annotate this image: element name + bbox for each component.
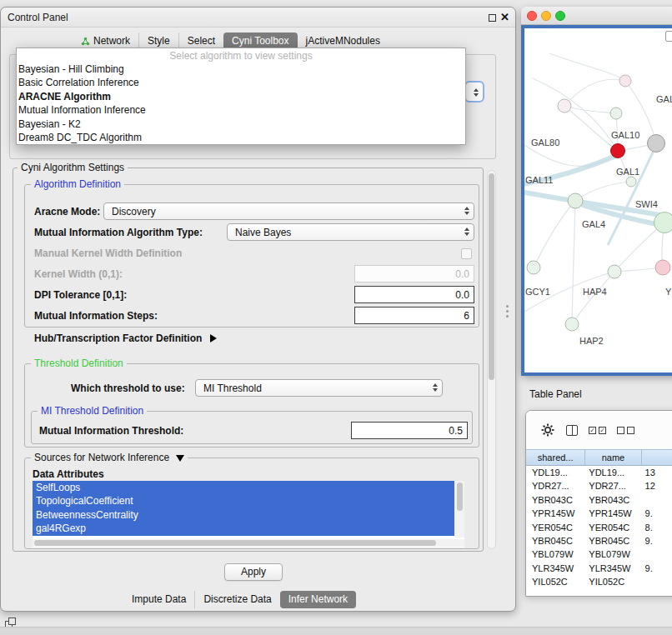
mi-threshold-input[interactable] [351,422,468,439]
dropdown-item[interactable]: Bayesian - Hill Climbing [17,62,465,76]
algorithm-combobox-button[interactable] [464,81,484,102]
column-header-name[interactable]: name [585,450,641,465]
close-window-icon[interactable]: ✕ [500,11,509,23]
table-row[interactable]: YDL19...YDL19...13 [526,466,672,479]
network-node[interactable] [608,265,621,278]
table-panel-title: Table Panel [529,388,582,400]
hub-definition-expander[interactable]: Hub/Transcription Factor Definition [34,332,217,344]
titlebar[interactable]: Control Panel ✕ [1,8,515,28]
scrollbar-thumb[interactable] [457,482,463,511]
table-cell: YDL19... [585,466,641,479]
table-row[interactable]: YBR043CYBR043C [526,493,672,507]
tab-discretize-data[interactable]: Discretize Data [194,591,279,608]
node-label: GAL10 [611,130,639,140]
float-window-icon[interactable] [489,14,496,22]
network-node[interactable] [558,99,571,112]
dropdown-item[interactable]: Bayesian - K2 [17,118,465,131]
dropdown-item[interactable]: Dream8 DC_TDC Algorithm [17,131,465,144]
network-node[interactable] [568,193,583,208]
unchecked-box-icon [627,427,634,434]
table-cell: 8. [642,521,672,534]
table-cell [642,493,672,507]
table-cell: YBL079W [585,548,641,561]
table-cell: YBL079W [526,548,585,561]
attribute-item-selected[interactable]: gal4RGexp [33,522,454,535]
network-node[interactable] [654,212,672,233]
table-cell: YER054C [585,521,641,534]
node-label: HAP2 [579,336,604,346]
attribute-item-selected[interactable]: SelfLoops [33,481,454,494]
network-node-selected-red[interactable] [611,144,625,158]
table-cell: YBR045C [585,534,641,548]
manual-kernel-checkbox[interactable] [461,248,472,259]
table-cell: 9. [642,507,672,520]
minimize-button[interactable] [541,11,551,21]
dropdown-placeholder: Select algorithm to view settings [17,49,465,62]
list-horizontal-scrollbar [33,539,464,547]
tab-impute-data[interactable]: Impute Data [123,591,194,608]
show-columns-icon[interactable] [566,425,578,436]
zoom-button[interactable] [555,11,565,21]
network-node[interactable] [619,75,631,87]
column-header-cut[interactable] [642,450,672,465]
network-node-gray[interactable] [648,135,665,152]
network-node[interactable] [610,108,622,119]
manual-kernel-label: Manual Kernel Width Definition [34,248,182,259]
algorithm-definition-group: Algorithm Definition Aracne Mode: Discov… [24,184,479,328]
table-cell [642,575,672,588]
table-row[interactable]: YBR045CYBR045C9. [526,534,672,548]
table-cell: YDR27... [526,479,585,492]
attribute-item-selected[interactable]: TopologicalCoefficient [33,494,454,508]
select-all-checkboxes-icon[interactable]: ✓ ✓ [589,427,606,434]
network-node[interactable] [626,177,636,187]
table-cell: 12 [642,479,672,492]
node-label: SWI4 [635,199,658,209]
dpi-tolerance-input[interactable] [354,286,474,303]
table-row[interactable]: YER054CYER054C8. [526,521,672,534]
column-header-shared-name[interactable]: shared... [526,450,585,465]
panel-splitter-handle[interactable] [505,305,509,320]
status-bar [0,627,672,635]
node-label: GAL1 [616,167,639,177]
table-row[interactable]: YPR145WYPR145W9. [526,507,672,520]
scrollbar-thumb[interactable] [34,540,436,546]
kernel-width-input[interactable] [354,265,474,282]
overview-toggle-button[interactable] [665,31,672,42]
network-canvas[interactable]: GAL GAL80 GAL10 GAL11 GAL1 SWI4 GAL4 GCY… [524,28,672,372]
checked-box-icon: ✓ [589,427,596,434]
network-node-pink[interactable] [655,260,670,275]
deselect-all-checkboxes-icon[interactable] [617,427,634,434]
apply-button[interactable]: Apply [224,563,283,581]
table-row[interactable]: YLR345WYLR345W9. [526,562,672,575]
dropdown-item[interactable]: Mutual Information Inference [17,103,465,117]
scrollbar-thumb[interactable] [489,173,494,380]
network-window-titlebar[interactable] [521,7,672,25]
dropdown-item[interactable]: Basic Correlation Inference [17,76,465,89]
mi-algorithm-type-combo[interactable]: Naive Bayes [227,223,474,241]
mi-steps-input[interactable] [354,307,474,324]
settings-gear-icon[interactable] [540,422,555,438]
aracne-mode-combo[interactable]: Discovery [103,202,474,220]
network-node[interactable] [565,318,579,331]
dropdown-item-selected[interactable]: ARACNE Algorithm [17,90,465,103]
combo-arrows-icon [433,383,438,392]
combo-value: Naive Bayes [235,224,291,241]
tab-label: Discretize Data [203,591,271,608]
window-title: Control Panel [8,12,68,23]
table-cell: YDR27... [585,479,641,492]
close-button[interactable] [527,11,537,21]
table-row[interactable]: YIL052CYIL052C [526,575,672,588]
network-view-frame: GAL GAL80 GAL10 GAL11 GAL1 SWI4 GAL4 GCY… [521,25,672,376]
aracne-mode-label: Aracne Mode: [34,206,100,218]
attribute-item-selected[interactable]: BetweennessCentrality [33,508,454,522]
table-row[interactable]: YDR27...YDR27...12 [526,479,672,492]
mi-type-label: Mutual Information Algorithm Type: [34,227,203,238]
sources-group-title[interactable]: Sources for Network Inference [31,452,188,463]
table-cell: 9. [642,562,672,575]
combo-value: Discovery [112,203,156,220]
which-threshold-combo[interactable]: MI Threshold [195,379,443,397]
table-row[interactable]: YBL079WYBL079W [526,548,672,561]
network-node[interactable] [527,261,540,274]
tab-infer-network[interactable]: Infer Network [280,591,356,608]
network-view-window: GAL GAL80 GAL10 GAL11 GAL1 SWI4 GAL4 GCY… [521,7,672,376]
